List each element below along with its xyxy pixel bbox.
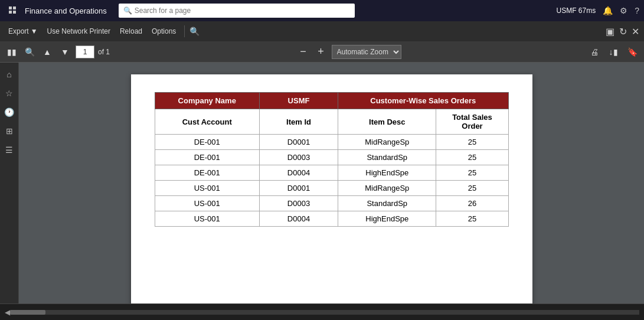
toolbar-separator [184,25,185,37]
item-id-header: Item Id [259,109,338,135]
sidebar-list-icon[interactable]: ☰ [2,143,17,157]
sidebar-grid-icon[interactable]: ⊞ [2,124,17,138]
top-nav: Finance and Operations 🔍 USMF 67ms 🔔 ⚙ ? [0,0,644,21]
gear-icon[interactable]: ⚙ [620,6,627,15]
user-info: USMF 67ms [557,6,596,15]
item-id-cell: D0003 [259,150,338,165]
item-id-cell: D0001 [259,135,338,150]
grid-menu-icon[interactable] [5,2,21,19]
total-sales-cell: 25 [436,165,508,181]
cust-account-cell: DE-001 [155,135,259,150]
table-row: US-001 D0003 StandardSp 26 [155,196,508,211]
total-sales-cell: 25 [436,135,508,150]
item-id-cell: D0004 [259,165,338,181]
item-desc-cell: MidRangeSp [338,181,436,196]
search-icon: 🔍 [123,6,132,15]
usmf-header: USMF [259,93,338,109]
total-sales-cell: 26 [436,196,508,211]
download-button[interactable]: ↓▮ [606,45,620,59]
table-row: US-001 D0004 HighEndSpe 25 [155,211,508,227]
cust-account-cell: DE-001 [155,150,259,165]
options-button[interactable]: Options [148,25,179,38]
total-sales-cell: 25 [436,150,508,165]
company-name-header: Company Name [155,93,259,109]
close-icon[interactable]: ✕ [632,26,639,37]
scrollbar-thumb[interactable] [10,310,45,315]
cust-account-cell: DE-001 [155,165,259,181]
sidebar-home-icon[interactable]: ⌂ [2,67,17,81]
bookmark-button[interactable]: 🔖 [625,45,639,59]
page-total-text: of 1 [98,48,110,56]
item-desc-cell: HighEndSpe [338,211,436,227]
table-row: DE-001 D0004 HighEndSpe 25 [155,165,508,181]
total-sales-header: Total Sales Order [436,109,508,135]
item-desc-cell: HighEndSpe [338,165,436,181]
table-row: DE-001 D0001 MidRangeSp 25 [155,135,508,150]
zoom-out-button[interactable]: − [296,45,310,59]
page-number-input[interactable] [76,45,94,58]
pdf-content: Company Name USMF Customer-Wise Sales Or… [19,63,644,303]
table-row: US-001 D0001 MidRangeSp 25 [155,181,508,196]
total-sales-cell: 25 [436,181,508,196]
toolbar: Export ▼ Use Network Printer Reload Opti… [0,21,644,41]
reload-label: Reload [120,27,142,35]
page-up-button[interactable]: ▲ [40,45,54,59]
nav-right: USMF 67ms 🔔 ⚙ ? [557,6,639,15]
search-bar[interactable]: 🔍 [119,4,355,18]
sidebar: ⌂ ☆ 🕐 ⊞ ☰ [0,63,19,303]
svg-rect-1 [13,6,16,9]
table-header-main: Company Name USMF Customer-Wise Sales Or… [155,93,508,109]
item-id-cell: D0004 [259,211,338,227]
item-desc-cell: StandardSp [338,150,436,165]
table-row: DE-001 D0003 StandardSp 25 [155,150,508,165]
options-label: Options [152,27,176,35]
svg-rect-2 [9,11,12,14]
report-table: Company Name USMF Customer-Wise Sales Or… [155,92,509,227]
print-button[interactable]: 🖨 [587,45,601,59]
cust-account-cell: US-001 [155,181,259,196]
bell-icon[interactable]: 🔔 [603,6,613,15]
table-header-sub: Cust Account Item Id Item Desc Total Sal… [155,109,508,135]
network-printer-button[interactable]: Use Network Printer [44,25,114,38]
item-desc-cell: MidRangeSp [338,135,436,150]
export-button[interactable]: Export ▼ [5,25,41,38]
sales-orders-header: Customer-Wise Sales Orders [338,93,508,109]
report-page: Company Name USMF Customer-Wise Sales Or… [131,74,532,303]
sidebar-star-icon[interactable]: ☆ [2,86,17,100]
pdf-search-button[interactable]: 🔍 [22,45,37,59]
export-label: Export [8,27,29,35]
svg-rect-0 [9,6,12,9]
sidebar-clock-icon[interactable]: 🕐 [2,105,17,119]
zoom-in-button[interactable]: + [314,45,328,59]
zoom-select[interactable]: Automatic Zoom [332,45,401,59]
cust-account-cell: US-001 [155,196,259,211]
reload-button[interactable]: Reload [116,25,146,38]
report-table-body: DE-001 D0001 MidRangeSp 25 DE-001 D0003 … [155,135,508,227]
cust-account-header: Cust Account [155,109,259,135]
svg-rect-3 [13,11,16,14]
toolbar-search-icon[interactable]: 🔍 [189,27,200,36]
cust-account-cell: US-001 [155,211,259,227]
network-printer-label: Use Network Printer [47,27,110,35]
copy-icon[interactable]: ▣ [606,26,614,37]
main-area: ⌂ ☆ 🕐 ⊞ ☰ Company Name USMF Customer-Wis… [0,63,644,303]
pdf-toolbar: ▮▮ 🔍 ▲ ▼ of 1 − + Automatic Zoom 🖨 ↓▮ 🔖 [0,41,644,63]
scroll-left-icon[interactable]: ◀ [5,308,10,316]
search-input[interactable] [135,6,350,15]
page-down-button[interactable]: ▼ [58,45,72,59]
item-id-cell: D0003 [259,196,338,211]
total-sales-cell: 25 [436,211,508,227]
item-desc-header: Item Desc [338,109,436,135]
export-chevron-icon: ▼ [31,27,38,35]
sidebar-toggle-button[interactable]: ▮▮ [5,45,19,59]
refresh-icon[interactable]: ↻ [619,26,627,37]
help-icon[interactable]: ? [635,6,639,15]
item-id-cell: D0001 [259,181,338,196]
status-bar: ◀ [0,303,644,320]
app-title: Finance and Operations [25,6,107,15]
item-desc-cell: StandardSp [338,196,436,211]
horizontal-scrollbar[interactable] [10,310,639,315]
pdf-right-icons: 🖨 ↓▮ 🔖 [587,45,639,59]
